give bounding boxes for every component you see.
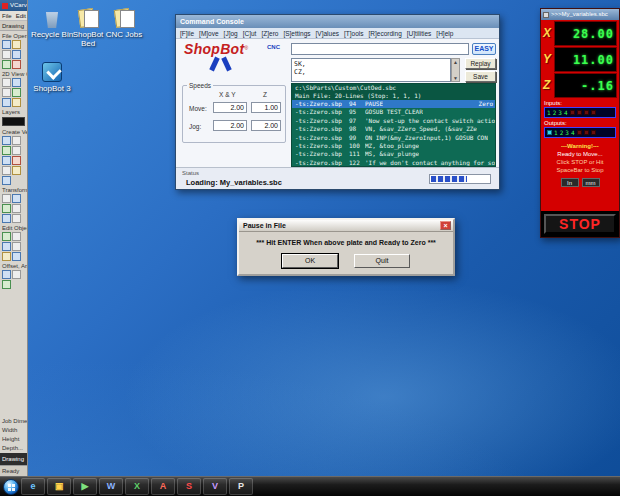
- vcarve-tool-icon[interactable]: [2, 280, 11, 289]
- taskbar-item-vcarve[interactable]: V: [203, 478, 227, 495]
- recent-command[interactable]: SK,: [294, 60, 448, 68]
- vcarve-tool-icon[interactable]: [12, 166, 21, 175]
- vcarve-tool-icon[interactable]: [12, 204, 21, 213]
- taskbar-item-adobe-reader[interactable]: A: [151, 478, 175, 495]
- vcarve-tool-icon[interactable]: [2, 136, 11, 145]
- menu-file[interactable]: [F]ile: [180, 30, 194, 37]
- vcarve-menu-file[interactable]: File: [2, 13, 12, 19]
- vcarve-tool-icon[interactable]: [2, 242, 11, 251]
- vcarve-tool-icon[interactable]: [12, 270, 21, 279]
- start-button[interactable]: [3, 479, 19, 495]
- vcarve-titlebar[interactable]: VCarve P: [0, 0, 27, 11]
- taskbar-item-internet-explorer[interactable]: e: [21, 478, 45, 495]
- recent-command[interactable]: CZ,: [294, 68, 448, 76]
- vcarve-tool-icon[interactable]: [12, 232, 21, 241]
- console-line[interactable]: -ts:Zzero.sbp 122 'If we don't contact a…: [292, 159, 495, 167]
- vcarve-tool-icon[interactable]: [12, 98, 21, 107]
- recent-commands-list[interactable]: SK, CZ,: [291, 58, 451, 82]
- console-line[interactable]: -ts:Zzero.sbp 98 VN, &sav_ZZero_Speed, (…: [292, 125, 495, 133]
- console-line[interactable]: -ts:Zzero.sbp 97 'Now set-up the contact…: [292, 117, 495, 125]
- vcarve-tool-icon[interactable]: [12, 88, 21, 97]
- save-button[interactable]: Save: [465, 71, 496, 82]
- mm-button[interactable]: mm: [582, 178, 600, 187]
- jog-xy-field[interactable]: 2.00: [213, 120, 247, 131]
- vcarve-tool-icon[interactable]: [2, 40, 11, 49]
- taskbar-item-windows-explorer[interactable]: ▣: [47, 478, 71, 495]
- vcarve-menu-edit[interactable]: Edit: [16, 13, 26, 19]
- inches-button[interactable]: In: [561, 178, 579, 187]
- vcarve-tool-icon[interactable]: [12, 40, 21, 49]
- vcarve-tool-icon[interactable]: [2, 156, 11, 165]
- menu-recording[interactable]: [R]ecording: [369, 30, 402, 37]
- vcarve-tool-icon[interactable]: [2, 232, 11, 241]
- scroll-down-icon[interactable]: ▼: [452, 75, 459, 81]
- vcarve-tool-icon[interactable]: [2, 176, 11, 185]
- vcarve-tool-icon[interactable]: [2, 194, 11, 203]
- command-input[interactable]: [291, 43, 469, 55]
- pause-dialog-titlebar[interactable]: Pause in File ×: [239, 220, 453, 232]
- vcarve-tool-icon[interactable]: [2, 252, 11, 261]
- desktop-icon-shopbot-3[interactable]: ShopBot 3: [30, 62, 74, 93]
- vcarve-tool-icon[interactable]: [2, 270, 11, 279]
- taskbar-item-media-player[interactable]: ▶: [73, 478, 97, 495]
- vcarve-tab-drawing[interactable]: Drawing: [0, 21, 27, 31]
- command-console-body: ShopBot® CNC EASY SK, CZ, ▲ ▼ Replay Sav…: [176, 39, 499, 167]
- vcarve-tool-icon[interactable]: [2, 166, 11, 175]
- jog-z-field[interactable]: 2.00: [251, 120, 281, 131]
- quit-button[interactable]: Quit: [354, 254, 410, 268]
- menu-utilities[interactable]: [U]tilities: [407, 30, 432, 37]
- windows-explorer-icon: ▣: [55, 481, 64, 491]
- menu-zero[interactable]: [Z]ero: [261, 30, 278, 37]
- easy-button[interactable]: EASY: [472, 43, 496, 55]
- vcarve-tool-icon[interactable]: [12, 78, 21, 87]
- menu-cut[interactable]: [C]ut: [243, 30, 257, 37]
- vcarve-tool-icon[interactable]: [12, 136, 21, 145]
- recent-commands-scrollbar[interactable]: ▲ ▼: [451, 58, 460, 82]
- menu-settings[interactable]: [S]ettings: [283, 30, 310, 37]
- vcarve-tool-icon[interactable]: [2, 60, 11, 69]
- menu-tools[interactable]: [T]ools: [344, 30, 364, 37]
- file-console[interactable]: c:\SbParts\Custom\CutOed.sbc Main File: …: [291, 83, 496, 167]
- vcarve-tool-icon[interactable]: [12, 214, 21, 223]
- vcarve-tool-icon[interactable]: [2, 88, 11, 97]
- console-line[interactable]: -ts:Zzero.sbp 99 ON INP(&my_ZzeroInput,1…: [292, 134, 495, 142]
- console-line[interactable]: -ts:Zzero.sbp 111 MS, &sav_plunge: [292, 150, 495, 158]
- menu-values[interactable]: [V]alues: [316, 30, 340, 37]
- vcarve-tool-icon[interactable]: [2, 50, 11, 59]
- replay-button[interactable]: Replay: [465, 58, 496, 69]
- scroll-up-icon[interactable]: ▲: [452, 59, 459, 65]
- taskbar-item-word[interactable]: W: [99, 478, 123, 495]
- vcarve-tool-icon[interactable]: [2, 146, 11, 155]
- vcarve-tool-icon[interactable]: [12, 60, 21, 69]
- desktop-icon-cnc-jobs[interactable]: CNC Jobs: [102, 8, 146, 39]
- vcarve-tool-icon[interactable]: [2, 204, 11, 213]
- vcarve-layers-dropdown[interactable]: [2, 117, 25, 126]
- move-z-field[interactable]: 1.00: [251, 102, 281, 113]
- taskbar-item-excel[interactable]: X: [125, 478, 149, 495]
- ok-button[interactable]: OK: [282, 254, 338, 268]
- vcarve-tool-icon[interactable]: [12, 146, 21, 155]
- console-line-current[interactable]: -ts:Zzero.sbp 94 PAUSE Zero: [292, 100, 495, 108]
- vcarve-tool-icon[interactable]: [12, 50, 21, 59]
- console-line[interactable]: -ts:Zzero.sbp 95 GOSUB TEST_CLEAR: [292, 108, 495, 116]
- vcarve-tool-icon[interactable]: [12, 242, 21, 251]
- command-console-titlebar[interactable]: Command Console: [176, 15, 499, 28]
- console-line[interactable]: -ts:Zzero.sbp 100 MZ, &too_plunge: [292, 142, 495, 150]
- menu-jog[interactable]: [J]og: [224, 30, 238, 37]
- position-titlebar[interactable]: >>>My_variables.sbc: [541, 9, 619, 20]
- vcarve-tool-icon[interactable]: [12, 194, 21, 203]
- stop-button[interactable]: STOP: [544, 214, 616, 234]
- move-xy-field[interactable]: 2.00: [213, 102, 247, 113]
- taskbar-item-paint[interactable]: P: [229, 478, 253, 495]
- taskbar-item-shopbot[interactable]: S: [177, 478, 201, 495]
- close-icon[interactable]: ×: [440, 221, 451, 230]
- vcarve-tool-icon[interactable]: [2, 214, 11, 223]
- vcarve-tool-icon[interactable]: [12, 252, 21, 261]
- input-number: 1: [547, 109, 551, 116]
- menu-move[interactable]: [M]ove: [199, 30, 219, 37]
- vcarve-tool-icon[interactable]: [12, 156, 21, 165]
- vcarve-tool-icon[interactable]: [2, 98, 11, 107]
- menu-help[interactable]: [H]elp: [436, 30, 453, 37]
- vcarve-tool-icon[interactable]: [2, 78, 11, 87]
- vcarve-bottom-tab-drawing[interactable]: Drawing: [0, 453, 27, 465]
